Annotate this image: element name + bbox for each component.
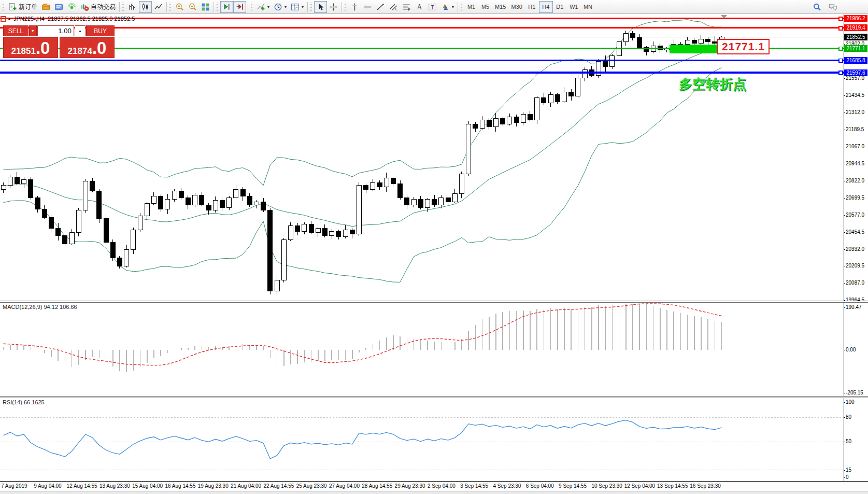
lot-increase-button[interactable]: ▲ bbox=[75, 25, 86, 36]
timeframe-button-mn[interactable]: MN bbox=[581, 1, 595, 13]
pane-separator[interactable] bbox=[0, 396, 868, 398]
price-axis-tick: 20577.0 bbox=[846, 212, 864, 218]
buy-price-button[interactable]: 21874.0 bbox=[60, 37, 115, 58]
toolbar-grip[interactable] bbox=[461, 3, 462, 11]
toolbar-button-zoom-in[interactable] bbox=[173, 1, 186, 13]
toolbar-button-new-order[interactable]: 新订单 bbox=[6, 1, 39, 13]
toolbar-button-cursor[interactable] bbox=[314, 1, 327, 13]
templates-icon bbox=[291, 3, 300, 11]
toolbar-button-label: 自动交易 bbox=[91, 3, 116, 11]
macd-axis-tick: 190.47 bbox=[846, 304, 862, 310]
macd-label: MACD(12,26,9) 94.12 106.66 bbox=[3, 304, 77, 310]
hline-icon bbox=[363, 3, 372, 11]
toolbar-button-chart-shift[interactable] bbox=[233, 1, 246, 13]
time-axis-label: 28 Aug 14:55 bbox=[362, 483, 392, 489]
toolbar-grip[interactable] bbox=[251, 3, 252, 11]
toolbar-button-line-chart[interactable] bbox=[152, 1, 165, 13]
periods-icon bbox=[274, 3, 282, 11]
toolbar-button-auto-scroll[interactable] bbox=[220, 1, 233, 13]
main-chart-canvas[interactable] bbox=[0, 14, 844, 301]
sell-price-button[interactable]: 21851.0 bbox=[3, 37, 58, 58]
toolbar-grip[interactable] bbox=[345, 3, 346, 11]
chart-annotation-text[interactable]: 多空转折点 bbox=[679, 75, 746, 93]
chart-ohlc-values: 21837.5 21862.5 21825.0 21852.5 bbox=[48, 16, 135, 22]
price-axis-badge: 21771.1 bbox=[844, 45, 867, 52]
auto-scroll-icon bbox=[222, 3, 231, 11]
pane-separator[interactable] bbox=[0, 301, 868, 303]
toolbar-button-search[interactable] bbox=[810, 1, 823, 13]
timeframe-button-m5[interactable]: M5 bbox=[478, 1, 492, 13]
macd-pane-canvas[interactable] bbox=[0, 303, 844, 396]
time-axis-label: 6 Sep 04:00 bbox=[526, 483, 554, 489]
time-axis-label: 10 Sep 23:30 bbox=[591, 483, 622, 489]
rsi-axis-tick: 15 bbox=[846, 467, 851, 473]
timeframe-button-m1[interactable]: M1 bbox=[464, 1, 478, 13]
rsi-label: RSI(14) 66.1625 bbox=[3, 399, 45, 405]
cursor-icon bbox=[316, 3, 325, 11]
toolbar-grip[interactable] bbox=[310, 3, 312, 11]
toolbar-button-autotrading[interactable]: 自动交易 bbox=[78, 1, 118, 13]
timeframe-button-h1[interactable]: H1 bbox=[525, 1, 539, 13]
toolbar-button-chat[interactable] bbox=[827, 1, 839, 13]
toolbar-button-label[interactable]: T bbox=[426, 1, 439, 13]
tile-windows-icon bbox=[201, 3, 210, 11]
price-axis-badge: 21919.4 bbox=[844, 24, 867, 31]
collapse-panel-caret[interactable]: ▲ bbox=[7, 17, 11, 21]
svg-text:F: F bbox=[408, 7, 410, 11]
timeframe-button-m30[interactable]: M30 bbox=[508, 1, 524, 13]
toolbar-button-editor[interactable] bbox=[52, 1, 65, 13]
price-axis-tick: 20944.5 bbox=[846, 161, 864, 166]
toolbar-button-channel[interactable]: E bbox=[387, 1, 400, 13]
line-chart-icon bbox=[154, 3, 163, 11]
time-axis-label: 12 Sep 04:00 bbox=[624, 483, 656, 489]
toolbar-button-bar-chart[interactable] bbox=[126, 1, 139, 13]
channel-icon: E bbox=[389, 3, 398, 11]
chart-window: ▲ JPN225-,H4 21837.5 21862.5 21825.0 218… bbox=[0, 14, 868, 494]
timeframe-button-h4[interactable]: H4 bbox=[539, 1, 553, 13]
toolbar-button-candlestick[interactable] bbox=[139, 1, 152, 13]
toolbar-grip[interactable] bbox=[122, 3, 124, 11]
toolbar-button-signal[interactable] bbox=[65, 1, 78, 13]
price-tag-label[interactable]: 21771.1 bbox=[717, 39, 770, 54]
time-axis-label: 22 Aug 14:55 bbox=[263, 483, 294, 489]
toolbar-button-zoom-out[interactable] bbox=[186, 1, 199, 13]
vline-icon bbox=[350, 3, 359, 11]
toolbar-grip[interactable] bbox=[3, 3, 4, 11]
toolbar-button-tile-windows[interactable] bbox=[199, 1, 212, 13]
toolbar-button-fibonacci[interactable]: F bbox=[400, 1, 413, 13]
toolbar-grip[interactable] bbox=[217, 3, 218, 11]
dropdown-arrow-icon: ▾ bbox=[452, 5, 454, 9]
timeframe-button-w1[interactable]: W1 bbox=[567, 1, 581, 13]
timeframe-button-d1[interactable]: D1 bbox=[553, 1, 567, 13]
toolbar-button-templates[interactable]: ▾ bbox=[289, 1, 306, 13]
toolbar-button-profiles[interactable] bbox=[39, 1, 52, 13]
toolbar-button-indicators[interactable]: ▾ bbox=[254, 1, 272, 13]
buy-button[interactable]: BUY bbox=[86, 25, 115, 36]
toolbar-button-arrows[interactable]: ▾ bbox=[439, 1, 456, 13]
toolbar-button-hline[interactable] bbox=[361, 1, 374, 13]
chat-icon bbox=[829, 3, 837, 11]
lot-decrease-button[interactable]: ▼ bbox=[29, 25, 37, 36]
price-axis-tick: 21434.5 bbox=[846, 92, 864, 98]
status-strip bbox=[0, 491, 868, 494]
timeframe-button-m15[interactable]: M15 bbox=[492, 1, 508, 13]
profiles-icon bbox=[41, 3, 50, 11]
time-axis[interactable]: 7 Aug 20199 Aug 04:0012 Aug 14:5513 Aug … bbox=[0, 481, 868, 492]
toolbar-button-trendline[interactable] bbox=[374, 1, 387, 13]
dropdown-arrow-icon: ▾ bbox=[267, 5, 269, 9]
sell-button[interactable]: SELL bbox=[3, 25, 29, 36]
toolbar-separator bbox=[166, 2, 167, 12]
toolbar-button-label: 新订单 bbox=[19, 3, 37, 11]
time-axis-label: 2 Sep 04:00 bbox=[428, 483, 456, 489]
toolbar-button-text[interactable]: A bbox=[413, 1, 426, 13]
toolbar-grip[interactable] bbox=[169, 3, 171, 11]
rsi-pane-canvas[interactable] bbox=[0, 398, 844, 481]
time-axis-label: 25 Aug 23:30 bbox=[296, 483, 327, 489]
lot-size-input[interactable] bbox=[37, 25, 74, 36]
price-axis-tick: 21067.0 bbox=[846, 144, 864, 149]
toolbar-button-periods[interactable]: ▾ bbox=[272, 1, 289, 13]
toolbar-button-crosshair[interactable] bbox=[327, 1, 340, 13]
price-axis[interactable]: 21802.021557.021434.521312.021189.521067… bbox=[844, 14, 868, 481]
toolbar-button-vline[interactable] bbox=[348, 1, 361, 13]
price-axis-tick: 20454.5 bbox=[846, 229, 864, 235]
